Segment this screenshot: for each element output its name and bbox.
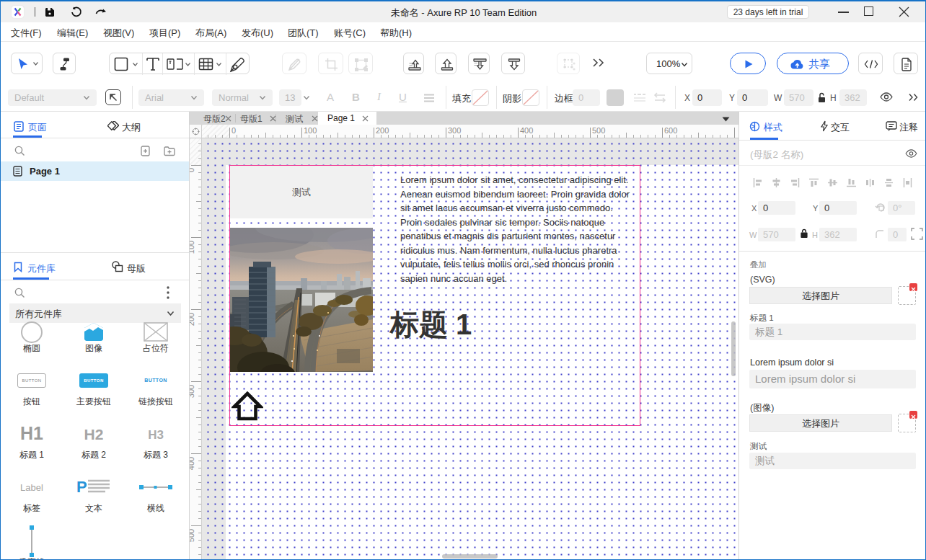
svg-text:P: P <box>76 478 87 496</box>
